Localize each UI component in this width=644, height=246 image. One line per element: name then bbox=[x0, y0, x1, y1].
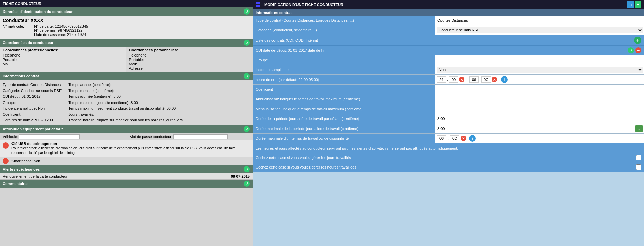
max-availability-value: : ✕ i bbox=[435, 134, 644, 143]
night-start-group: : ✕ bbox=[437, 76, 464, 83]
groupe-input[interactable] bbox=[437, 57, 643, 63]
night-hours-label: heure de nuit (par défaut: 22:00 05:00) bbox=[253, 75, 435, 84]
grid-icon bbox=[256, 2, 260, 7]
section-identification: Données d'identification du conducteur ↺ bbox=[0, 7, 253, 16]
conductor-name: Conducteur XXXX bbox=[3, 18, 250, 23]
cdi-row: CDI date de début: 01-01-2017 date de fi… bbox=[253, 46, 644, 55]
cdi-delete-btn[interactable]: − bbox=[635, 47, 641, 53]
refresh-equipment-btn[interactable]: ↺ bbox=[244, 126, 250, 132]
window-control[interactable]: □ bbox=[627, 1, 634, 8]
night-info-btn[interactable]: i bbox=[501, 76, 508, 83]
daily-max-label: Durée maximale de la période journalière… bbox=[253, 124, 435, 133]
section-equipment: Attribution équipement par défaut ↺ bbox=[0, 125, 253, 133]
refresh-coordinates-btn[interactable]: ↺ bbox=[244, 40, 250, 46]
max-availability-label: Durée maximale d'un temps de travail ou … bbox=[253, 134, 435, 143]
night-hours-row: heure de nuit (par défaut: 22:00 05:00) … bbox=[253, 75, 644, 85]
night-start-minutes[interactable] bbox=[449, 76, 458, 83]
right-panel-header: MODIFICATION D'UNE FICHE CONDUCTEUR □ + bbox=[253, 0, 644, 9]
refresh-identification-btn[interactable]: ↺ bbox=[244, 8, 250, 15]
usb-minus-btn[interactable]: − bbox=[3, 142, 9, 149]
info-text-row: Les heures et jours affectés au conducte… bbox=[253, 143, 644, 153]
download-btn[interactable]: ↓ bbox=[635, 125, 643, 132]
coefficient-input[interactable] bbox=[437, 87, 643, 92]
daily-default-label: Durée de la période journalière de trava… bbox=[253, 114, 435, 124]
avail-info-btn[interactable]: i bbox=[469, 135, 476, 142]
mensualisation-row: Mensualisation: indiquer le temps de tra… bbox=[253, 104, 644, 114]
groupe-row: Groupe bbox=[253, 55, 644, 65]
coord-perso-col: Coordonnées personnelles: Téléphone: Por… bbox=[126, 47, 253, 72]
annualisation-value[interactable] bbox=[435, 94, 644, 104]
vehicle-input[interactable] bbox=[19, 134, 80, 139]
right-section-contract: Informations contrat bbox=[253, 9, 644, 16]
mensualisation-label: Mensualisation: indiquer le temps de tra… bbox=[253, 104, 435, 114]
incidence-select[interactable]: Non Oui bbox=[437, 67, 643, 73]
night-end-clear-btn[interactable]: ✕ bbox=[492, 77, 497, 82]
avail-clear-btn[interactable]: ✕ bbox=[461, 136, 466, 141]
avail-minutes[interactable] bbox=[450, 135, 459, 141]
matricule-label: N° matricule: bbox=[3, 24, 24, 37]
refresh-comments-btn[interactable]: ↺ bbox=[244, 181, 250, 187]
section-comments: Commentaires ↺ bbox=[0, 180, 253, 188]
coord-pro-col: Coordonnées professionnelles: Téléphone:… bbox=[0, 47, 126, 72]
contract-type-input[interactable] bbox=[437, 18, 643, 23]
annualisation-input[interactable] bbox=[437, 96, 643, 102]
window-add-ctrl[interactable]: + bbox=[635, 1, 641, 8]
mensualisation-input[interactable] bbox=[437, 106, 643, 112]
section-coordinates: Coordonnées du conducteur ↺ bbox=[0, 39, 253, 47]
coordinates-block: Coordonnées professionnelles: Téléphone:… bbox=[0, 47, 253, 72]
equipment-block: Véhicule: Mot de passe conducteur: bbox=[0, 133, 253, 140]
check-days-checkbox[interactable] bbox=[636, 155, 641, 160]
groupe-label: Groupe bbox=[253, 55, 435, 65]
contract-type-label: Type de contrat (Courtes Distances, Long… bbox=[253, 16, 435, 25]
coefficient-row: Coefficient bbox=[253, 85, 644, 94]
incidence-value[interactable]: Non Oui bbox=[435, 65, 644, 74]
coefficient-label: Coefficient bbox=[253, 85, 435, 94]
avail-hours[interactable] bbox=[437, 135, 446, 141]
password-input[interactable] bbox=[173, 134, 228, 139]
daily-max-input[interactable] bbox=[437, 126, 634, 131]
refresh-alerts-btn[interactable]: ↺ bbox=[244, 166, 250, 172]
category-label: Catégorie (conducteur, sédentaire,...) bbox=[253, 25, 435, 35]
daily-max-value: ↓ bbox=[435, 124, 644, 133]
night-start-clear-btn[interactable]: ✕ bbox=[459, 77, 464, 82]
night-start-hours[interactable] bbox=[437, 76, 446, 83]
conductor-info-block: Conducteur XXXX N° matricule: N° de cart… bbox=[0, 16, 253, 39]
section-contract-left: Informations contrat ↺ bbox=[0, 72, 253, 80]
groupe-value[interactable] bbox=[435, 55, 644, 65]
section-alerts: Alertes et échéances ↺ bbox=[0, 165, 253, 173]
category-value[interactable]: Conducteur scumis RSE bbox=[435, 25, 644, 35]
usb-block: − Clé USB de pointage: non Pour téléchar… bbox=[0, 140, 253, 157]
coefficient-value[interactable] bbox=[435, 85, 644, 94]
check-days-row: Cochez cette case si vous voulez gérer l… bbox=[253, 153, 644, 162]
check-hours-checkbox[interactable] bbox=[636, 164, 641, 170]
incidence-row: Incidence amplitude Non Oui bbox=[253, 65, 644, 75]
daily-default-value[interactable] bbox=[435, 114, 644, 124]
contract-info-block: Type de contrat: Courtes Distances Catég… bbox=[0, 80, 253, 125]
max-availability-row: Durée maximale d'un temps de travail ou … bbox=[253, 134, 644, 143]
night-end-group: : ✕ bbox=[469, 76, 497, 83]
smartphone-minus-btn[interactable]: − bbox=[3, 158, 9, 164]
incidence-label: Incidence amplitude bbox=[253, 65, 435, 74]
category-row: Catégorie (conducteur, sédentaire,...) C… bbox=[253, 25, 644, 35]
left-panel-header: FICHE CONDUCTEUR bbox=[0, 0, 253, 7]
renewal-row: Renouvellement de la carte conducteur 08… bbox=[0, 173, 253, 180]
contract-list-row: Liste des contrats (CDI, CDD, Intérim) + bbox=[253, 35, 644, 46]
annualisation-row: Annualisation: indiquer le temps de trav… bbox=[253, 94, 644, 104]
contract-type-row: Type de contrat (Courtes Distances, Long… bbox=[253, 16, 644, 25]
night-end-hours[interactable] bbox=[469, 76, 479, 83]
daily-default-input[interactable] bbox=[437, 116, 643, 121]
daily-default-row: Durée de la période journalière de trava… bbox=[253, 114, 644, 124]
add-contract-btn[interactable]: + bbox=[634, 37, 641, 44]
annualisation-label: Annualisation: indiquer le temps de trav… bbox=[253, 94, 435, 104]
refresh-contract-btn[interactable]: ↺ bbox=[244, 73, 250, 79]
category-select[interactable]: Conducteur scumis RSE bbox=[437, 27, 643, 33]
cdi-refresh-btn[interactable]: ↺ bbox=[628, 47, 634, 53]
check-hours-row: Cochez cette case si vous voulez gérer l… bbox=[253, 162, 644, 172]
night-end-minutes[interactable] bbox=[481, 76, 491, 83]
contract-type-value[interactable] bbox=[435, 16, 644, 25]
night-hours-value: : ✕ : ✕ i bbox=[435, 75, 644, 84]
smartphone-block: − Smartphone: non bbox=[0, 157, 253, 165]
card-info: N° de carte: 1234567890012345 N° de perm… bbox=[34, 24, 88, 37]
mensualisation-value[interactable] bbox=[435, 104, 644, 114]
daily-max-row: Durée maximale de la période journalière… bbox=[253, 124, 644, 134]
